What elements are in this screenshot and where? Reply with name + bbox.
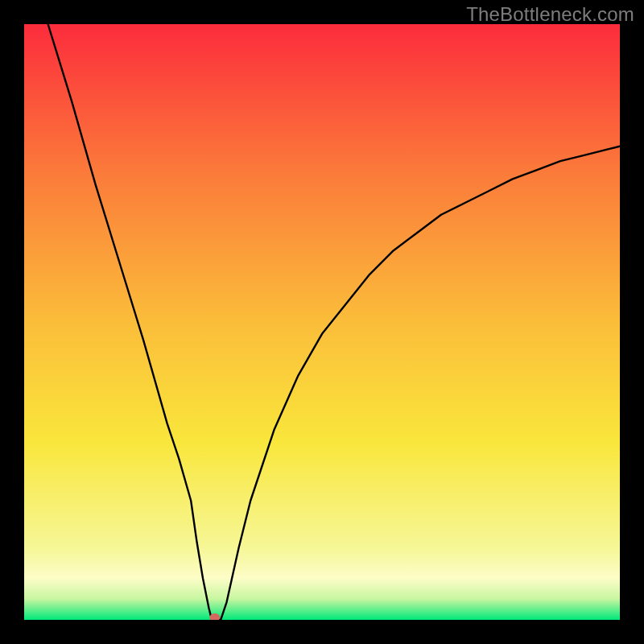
gradient-bg bbox=[24, 24, 620, 620]
plot-area bbox=[24, 24, 620, 620]
watermark-text: TheBottleneck.com bbox=[466, 3, 634, 26]
plot-svg bbox=[24, 24, 620, 620]
chart-frame: TheBottleneck.com bbox=[0, 0, 644, 644]
